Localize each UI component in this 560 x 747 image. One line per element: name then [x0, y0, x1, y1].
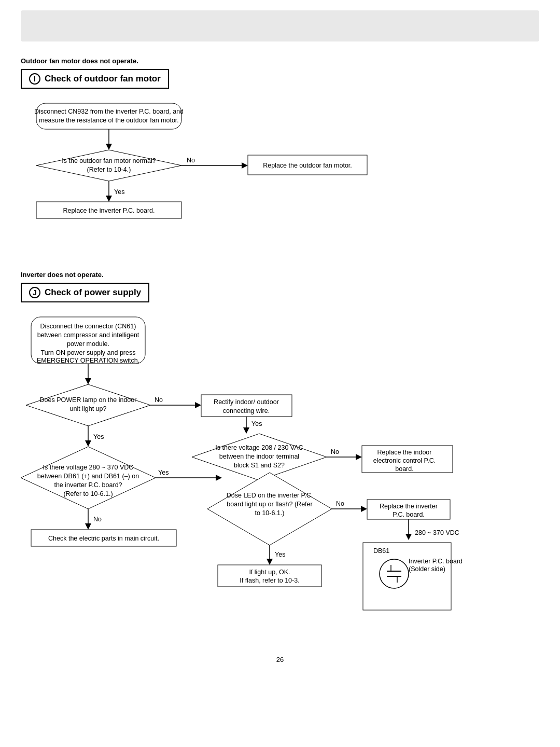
section-title-j: J Check of power supply — [21, 283, 149, 302]
svg-marker-5 — [36, 150, 181, 181]
svg-text:No: No — [336, 500, 344, 507]
flowchart-j: Disconnect the connector (CN61) between … — [21, 312, 487, 633]
svg-marker-72 — [85, 523, 91, 530]
svg-marker-66 — [361, 506, 367, 512]
svg-text:Is there voltage 208 / 230 VAC: Is there voltage 208 / 230 VAC — [215, 444, 303, 451]
svg-text:electronic control P.C.: electronic control P.C. — [373, 457, 436, 464]
svg-text:between compressor and intelli: between compressor and intelligent — [37, 331, 139, 339]
svg-text:No: No — [331, 448, 339, 455]
svg-text:the inverter P.C. board?: the inverter P.C. board? — [54, 481, 122, 489]
fault-label-j: Inverter does not operate. — [21, 271, 539, 279]
svg-text:between DB61 (+) and DB61 (–) : between DB61 (+) and DB61 (–) on — [37, 473, 139, 480]
svg-text:Disconnect CN932 from the inve: Disconnect CN932 from the inverter P.C. … — [34, 108, 184, 115]
svg-marker-43 — [356, 454, 362, 460]
svg-marker-14 — [106, 196, 112, 202]
title-i: Check of outdoor fan motor — [45, 74, 161, 84]
svg-text:Replace the outdoor fan motor.: Replace the outdoor fan motor. — [263, 162, 352, 169]
svg-text:280 ~ 370 VDC: 280 ~ 370 VDC — [415, 529, 459, 536]
svg-text:Replace the inverter P.C. boar: Replace the inverter P.C. board. — [63, 207, 155, 214]
svg-text:(Solder side): (Solder side) — [409, 565, 445, 573]
svg-text:Yes: Yes — [251, 420, 262, 427]
svg-text:Is the outdoor fan motor norma: Is the outdoor fan motor normal? — [62, 157, 156, 164]
svg-text:EMERGENCY OPERATION switch.: EMERGENCY OPERATION switch. — [37, 357, 139, 364]
section-i: Outdoor fan motor does not operate. I Ch… — [21, 57, 539, 240]
svg-text:power module.: power module. — [67, 340, 109, 348]
svg-marker-25 — [85, 378, 91, 384]
svg-text:Replace the inverter: Replace the inverter — [380, 503, 438, 510]
svg-text:Rectify indoor/ outdoor: Rectify indoor/ outdoor — [214, 398, 279, 406]
svg-rect-0 — [36, 103, 181, 129]
svg-text:Replace the indoor: Replace the indoor — [377, 449, 432, 456]
svg-marker-77 — [267, 559, 273, 565]
svg-text:connecting wire.: connecting wire. — [223, 407, 270, 414]
svg-text:Turn ON power supply and press: Turn ON power supply and press — [41, 349, 136, 356]
svg-text:DB61: DB61 — [373, 547, 389, 555]
svg-text:board.: board. — [395, 465, 413, 473]
svg-text:Inverter P.C. board: Inverter P.C. board — [409, 558, 463, 565]
svg-text:No: No — [187, 157, 195, 164]
section-j: Inverter does not operate. J Check of po… — [21, 271, 539, 635]
svg-text:block S1 and S2?: block S1 and S2? — [234, 462, 285, 469]
svg-marker-36 — [243, 427, 249, 434]
svg-point-87 — [380, 559, 409, 588]
svg-marker-83 — [405, 534, 412, 540]
circle-j: J — [29, 287, 40, 298]
page-header — [21, 10, 539, 42]
svg-marker-61 — [207, 473, 332, 545]
svg-text:If light up, OK.: If light up, OK. — [249, 569, 290, 576]
svg-text:Check the electric parts in ma: Check the electric parts in main circuit… — [48, 535, 159, 542]
svg-text:Dose LED on the inverter P.C.: Dose LED on the inverter P.C. — [227, 492, 313, 499]
svg-text:If flash, refer to 10-3.: If flash, refer to 10-3. — [240, 577, 299, 584]
svg-text:P.C. board.: P.C. board. — [393, 511, 425, 518]
section-title-i: I Check of outdoor fan motor — [21, 69, 169, 89]
svg-text:No: No — [155, 396, 163, 404]
svg-text:unit light up?: unit light up? — [70, 405, 107, 412]
svg-text:measure the resistance of the : measure the resistance of the outdoor fa… — [39, 117, 179, 124]
title-j: Check of power supply — [45, 287, 141, 298]
svg-marker-4 — [106, 144, 112, 150]
svg-text:Yes: Yes — [275, 551, 285, 558]
page-number: 26 — [21, 656, 539, 663]
svg-text:Yes: Yes — [93, 433, 104, 440]
svg-text:(Refer to 10-6.1.): (Refer to 10-6.1.) — [63, 490, 113, 497]
svg-marker-30 — [195, 402, 201, 408]
svg-text:Does POWER lamp on the indoor: Does POWER lamp on the indoor — [40, 396, 137, 404]
svg-text:No: No — [93, 516, 102, 523]
svg-text:to 10-6.1.): to 10-6.1.) — [255, 509, 285, 517]
svg-marker-9 — [242, 162, 248, 169]
svg-text:board light up or flash? (Refe: board light up or flash? (Refer — [227, 501, 312, 508]
svg-text:Yes: Yes — [114, 188, 124, 196]
svg-text:(Refer to 10-4.): (Refer to 10-4.) — [87, 166, 131, 173]
svg-marker-50 — [85, 440, 91, 447]
fault-label-i: Outdoor fan motor does not operate. — [21, 57, 539, 65]
svg-text:Yes: Yes — [158, 469, 169, 476]
svg-text:between the indoor terminal: between the indoor terminal — [219, 453, 299, 460]
svg-text:Disconnect the connector (CN61: Disconnect the connector (CN61) — [40, 323, 136, 330]
svg-text:Is there voltage 280 ~ 370 VDC: Is there voltage 280 ~ 370 VDC — [43, 464, 134, 471]
circle-i: I — [29, 73, 40, 85]
flowchart-i: Disconnect CN932 from the inverter P.C. … — [21, 98, 467, 238]
svg-marker-60 — [216, 475, 222, 481]
